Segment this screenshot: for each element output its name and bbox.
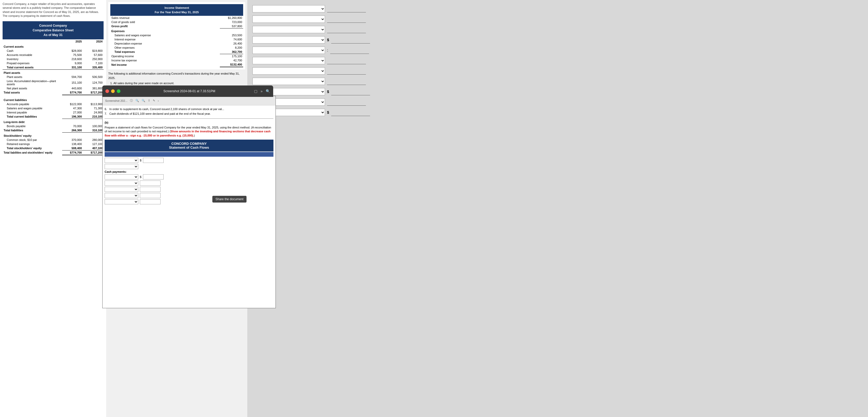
answer-input-5[interactable]: [330, 47, 369, 54]
total-expenses-row: Total expenses362,700: [110, 50, 243, 54]
window-icon-1[interactable]: ▢: [254, 89, 257, 93]
screenshot-cf-dropdown-5[interactable]: [104, 187, 138, 192]
bs-title-line1: Concord Company: [4, 23, 102, 28]
current-liabilities-header: Current liabilities: [3, 97, 103, 102]
answer-row-9: $: [252, 88, 863, 95]
answer-dropdown-6[interactable]: [252, 57, 325, 64]
current-assets-header: Current assets: [3, 43, 103, 49]
colon-5: :: [327, 48, 328, 52]
answer-input-4[interactable]: [331, 36, 370, 43]
toolbar-more-icon[interactable]: ›: [158, 99, 159, 102]
bs-title-line2: Comparative Balance Sheet: [4, 28, 102, 33]
screenshot-cf-input-4[interactable]: [140, 181, 160, 186]
window-icon-2[interactable]: »: [260, 89, 262, 93]
answer-row-3: [252, 26, 863, 33]
screenshot-cf-input-5[interactable]: [140, 187, 160, 192]
mac-icons: ▢ » 🔍: [254, 89, 270, 93]
share-tooltip: Share the document: [212, 196, 247, 203]
answer-section: $ :: [252, 5, 863, 116]
screenshot-cf-input-6[interactable]: [140, 193, 160, 198]
expenses-header: Expenses: [110, 29, 243, 33]
answer-dropdown-5[interactable]: [252, 47, 325, 54]
answer-dropdown-7[interactable]: [252, 67, 325, 75]
list-item: All sales during the year were made on a…: [114, 81, 245, 86]
screenshot-cf-row-6: [104, 193, 274, 198]
screenshot-cf-sub-bar: [104, 152, 274, 157]
answer-dollar-11: $: [327, 110, 329, 115]
answer-input-2[interactable]: [327, 16, 366, 23]
answer-input-1[interactable]: [327, 5, 366, 12]
screenshot-cf-row-7: [104, 199, 274, 204]
answer-input-8[interactable]: [327, 78, 366, 85]
table-row: Sales revenue$1,260,800: [110, 16, 243, 20]
toolbar-edit-icon[interactable]: ✎: [153, 99, 155, 102]
table-row: Salaries and wages expense253,500: [110, 33, 243, 37]
answer-row-8: [252, 78, 863, 85]
toolbar-search-icon-1[interactable]: 🔍: [135, 99, 139, 102]
answer-row-2: [252, 16, 863, 23]
table-row: Operating income175,100: [110, 54, 243, 59]
total-current-liab-row: Total current liabilities196,300210,100: [3, 115, 103, 119]
search-icon[interactable]: 🔍: [266, 89, 270, 93]
total-liab-equity-row: Total liabilities and stockholders' equi…: [3, 150, 103, 155]
balance-sheet-table: 2025 2024 Current assets Cash$28,000$19,…: [3, 39, 103, 156]
screenshot-cf-title-1: CONCORD COMPANY: [107, 142, 271, 146]
answer-row-7: [252, 67, 863, 75]
answer-dropdown-3[interactable]: [252, 26, 325, 33]
answer-row-6: [252, 57, 863, 64]
left-panel: Concord Company, a major retailer of bic…: [0, 0, 106, 417]
screenshot-cash-payments-label: Cash payments:: [104, 170, 274, 173]
answer-input-3[interactable]: [327, 26, 366, 33]
table-row: Interest expense74,600: [110, 37, 243, 41]
toolbar-share-icon[interactable]: ⇧: [148, 99, 150, 102]
answer-input-11[interactable]: [331, 109, 370, 116]
mac-window-title: Screenshot 2024-08-01 at 7.33.51PM: [125, 89, 254, 93]
screenshot-cf-input-7[interactable]: [140, 199, 160, 204]
screenshot-cf-row-4: [104, 181, 274, 186]
table-row: Salaries and wages payable47,30071,300: [3, 106, 103, 110]
answer-row-5: :: [252, 47, 863, 54]
balance-sheet-container: Concord Company Comparative Balance Shee…: [0, 20, 106, 157]
interest-payable-row: Interest payable27,00024,900: [3, 110, 103, 115]
answer-row-4: $: [252, 36, 863, 43]
long-term-debt-header: Long-term debt: [3, 119, 103, 124]
screenshot-cf-dropdown-6[interactable]: [104, 193, 138, 198]
balance-sheet-header: Concord Company Comparative Balance Shee…: [3, 21, 103, 39]
mac-maximize-button[interactable]: [117, 89, 120, 93]
toolbar-info-icon[interactable]: ⓘ: [130, 99, 133, 102]
retained-earnings-row: Retained earnings138,400127,100: [3, 142, 103, 146]
screenshot-cf-dropdown-1[interactable]: [104, 158, 138, 163]
screenshot-part-b-instructions: Prepare a statement of cash flows for Co…: [104, 126, 274, 138]
screenshot-cf-dropdown-4[interactable]: [104, 181, 138, 186]
answer-dropdown-1[interactable]: [252, 5, 325, 12]
answer-dropdown-2[interactable]: [252, 16, 325, 23]
answer-dollar-9: $: [327, 90, 329, 94]
additional-item-6: 6. In order to supplement its cash, Conc…: [104, 108, 274, 111]
screenshot-cf-row-1: $: [104, 158, 274, 163]
answer-input-6[interactable]: [327, 57, 366, 64]
answer-dropdown-4[interactable]: [252, 36, 325, 43]
mac-minimize-button[interactable]: [111, 89, 115, 93]
screenshot-dollar-3: $: [140, 175, 142, 178]
is-title-line2: For the Year Ended May 31, 2025: [111, 10, 242, 14]
table-row: Other expenses8,200: [110, 46, 243, 50]
screenshot-cf-dropdown-2[interactable]: [104, 164, 138, 169]
screenshot-highlight: Show amounts in the investing and financ…: [104, 130, 271, 137]
answer-input-7[interactable]: [327, 67, 366, 75]
screenshot-cf-row-3: $: [104, 174, 274, 179]
answer-input-9[interactable]: [331, 88, 370, 95]
mac-close-button[interactable]: [105, 89, 109, 93]
toolbar-search-icon-2[interactable]: 🔍: [142, 99, 145, 102]
screenshot-cf-input-1[interactable]: [143, 158, 164, 163]
answer-dropdown-8[interactable]: [252, 78, 325, 85]
income-statement-table: Sales revenue$1,260,800 Cost of goods so…: [110, 16, 243, 67]
is-title-line1: Income Statement: [111, 6, 242, 10]
screenshot-cf-input-3[interactable]: [143, 174, 164, 179]
income-statement-container: Income Statement For the Year Ended May …: [108, 2, 245, 69]
screenshot-cf-dropdown-3[interactable]: [104, 174, 138, 179]
intro-text: Concord Company, a major retailer of bic…: [0, 0, 106, 20]
screenshot-cf-dropdown-7[interactable]: [104, 199, 138, 204]
bs-title-line3: As of May 31: [4, 33, 102, 37]
table-row: Income tax expense42,700: [110, 58, 243, 62]
answer-input-10[interactable]: [327, 98, 366, 106]
